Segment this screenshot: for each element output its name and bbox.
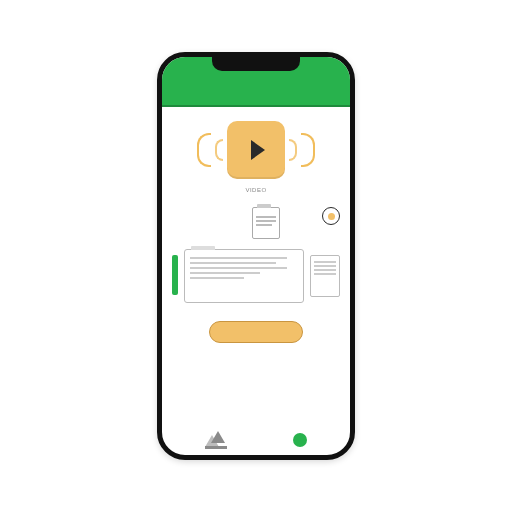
document-icon[interactable]	[252, 207, 280, 239]
device-notch	[212, 57, 300, 71]
record-button[interactable]	[322, 207, 340, 225]
media-preview-row	[172, 121, 340, 179]
note-card[interactable]	[184, 249, 304, 303]
screen-content: VIDEO	[162, 107, 350, 455]
selection-indicator	[172, 255, 178, 295]
play-icon	[251, 140, 265, 160]
phone-frame: VIDEO	[157, 52, 355, 460]
sound-wave-left-icon	[197, 133, 211, 167]
primary-action-button[interactable]	[209, 321, 303, 343]
card-row	[172, 249, 340, 303]
sound-wave-left-inner-icon	[215, 139, 223, 161]
play-button[interactable]	[227, 121, 285, 179]
record-icon	[328, 213, 335, 220]
meta-text-block	[172, 207, 214, 209]
list-card[interactable]	[310, 255, 340, 297]
sound-wave-right-inner-icon	[289, 139, 297, 161]
sound-wave-right-icon	[301, 133, 315, 167]
gallery-button[interactable]	[205, 431, 227, 449]
status-dot-icon	[293, 433, 307, 447]
bottom-bar	[162, 431, 350, 453]
meta-row	[172, 207, 340, 239]
media-caption: VIDEO	[172, 187, 340, 193]
